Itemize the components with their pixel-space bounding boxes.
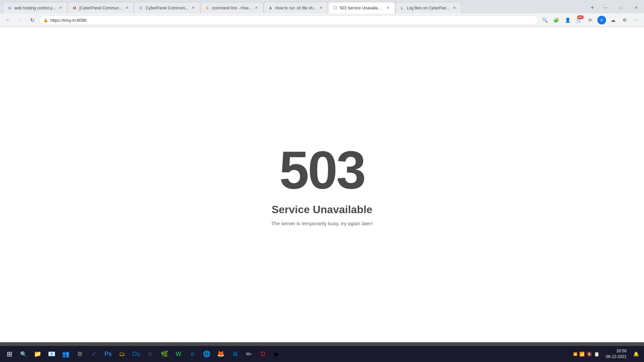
tab-close-button[interactable]: ✕	[318, 5, 324, 11]
notification-button[interactable]: 🔔	[631, 349, 641, 359]
tray-chevron-icon[interactable]: 🔼	[573, 352, 577, 356]
minimize-button[interactable]: —	[598, 2, 613, 13]
taskbar-icon-photoshop[interactable]: Ps	[101, 347, 115, 361]
account-button[interactable]: 👤	[562, 15, 573, 25]
tab-close-button[interactable]: ✕	[254, 5, 259, 11]
taskbar-icon-mail[interactable]: 📧	[45, 347, 58, 361]
taskbar-clock[interactable]: 20:50 06-12-2021	[603, 348, 629, 360]
settings-button[interactable]: ⚙	[619, 15, 630, 25]
clipboard-icon: 📋	[594, 352, 599, 357]
taskbar-icon-firefox[interactable]: 🦊	[214, 347, 227, 361]
error-code: 503	[279, 143, 365, 197]
tab-title: Log files on CyberPan...	[407, 6, 450, 10]
cart-button[interactable]: 🛒 503	[574, 15, 584, 25]
url-text: https://trixy.in:8090	[50, 18, 534, 23]
tab-bar: Gweb hosting control p...✕M[CyberPanel C…	[0, 0, 644, 13]
tab-favicon: G	[7, 5, 12, 11]
new-tab-button[interactable]: +	[587, 2, 598, 13]
wifi-icon: 📶	[579, 352, 585, 357]
browser-tab-tab-logfiles[interactable]: LLog files on CyberPan...✕	[395, 2, 462, 13]
system-tray: 🔼 📶 🔇 📋	[573, 352, 599, 357]
tab-title: web hosting control p...	[14, 6, 56, 10]
tab-favicon: A	[268, 5, 273, 11]
main-content: 503 Service Unavailable The server is te…	[0, 27, 644, 342]
nav-bar: ← → ↻ 🔒 https://trixy.in:8090 🔍 🧩 👤 🛒 50…	[0, 13, 644, 27]
reload-button[interactable]: ↻	[27, 15, 38, 25]
taskbar-icon-rdp[interactable]: 🖥	[228, 347, 241, 361]
taskbar-icon-edge[interactable]: e	[186, 347, 199, 361]
taskbar-icon-opera[interactable]: O	[256, 347, 270, 361]
sync-button[interactable]: ⟳	[585, 15, 596, 25]
tab-close-button[interactable]: ✕	[124, 5, 129, 11]
tab-close-button[interactable]: ✕	[191, 5, 196, 11]
tab-title: command line - How...	[212, 6, 252, 10]
taskbar-icon-obs[interactable]: ⏺	[144, 347, 157, 361]
taskbar-icon-whatsapp[interactable]: W	[172, 347, 185, 361]
browser-tab-tab-cyberpanel1[interactable]: CCyberPanel Communi...✕	[134, 2, 200, 13]
tab-favicon: ☐	[332, 5, 338, 11]
taskbar-icon-terminal[interactable]: ▶	[270, 347, 284, 361]
profile-avatar-button[interactable]: A	[596, 15, 607, 25]
cart-badge: 503	[577, 15, 584, 19]
maximize-button[interactable]: □	[613, 2, 629, 13]
taskbar-icon-teams[interactable]: 👥	[59, 347, 72, 361]
taskbar-search-button[interactable]: 🔍	[17, 348, 30, 360]
error-title: Service Unavailable	[272, 203, 373, 216]
volume-icon: 🔇	[587, 352, 592, 357]
browser-tab-tab-503[interactable]: ☐503 Service Unavailab...✕	[328, 2, 395, 13]
taskbar-icon-counter[interactable]: 99+	[242, 347, 256, 361]
tab-close-button[interactable]: ✕	[385, 5, 391, 11]
taskbar-icon-browser2[interactable]: 🌐	[200, 347, 213, 361]
taskbar-icon-git[interactable]: 🌿	[158, 347, 171, 361]
tab-favicon: M	[72, 5, 77, 11]
close-button[interactable]: ✕	[629, 2, 644, 13]
save-to-cloud-button[interactable]: ☁	[608, 15, 619, 25]
browser-tab-tab-gmail[interactable]: M[CyberPanel Commun...✕	[67, 2, 134, 13]
taskbar-icon-outlook[interactable]: Ou	[129, 347, 143, 361]
tab-title: CyberPanel Communi...	[146, 6, 188, 10]
search-lens-button[interactable]: 🔍	[539, 15, 550, 25]
extension-button[interactable]: 🧩	[551, 15, 561, 25]
start-button[interactable]: ⊞	[3, 347, 16, 361]
taskbar: ⊞ 🔍 📁📧👥⚙✓Ps🗂Ou⏺🌿We🌐🦊🖥99+O▶ 🔼 📶 🔇 📋 20:50…	[0, 346, 644, 362]
address-bar[interactable]: 🔒 https://trixy.in:8090	[39, 15, 538, 25]
browser-chrome: Gweb hosting control p...✕M[CyberPanel C…	[0, 0, 644, 27]
browser-tab-tab-howto[interactable]: AHow to run .sh file sh...✕	[264, 2, 328, 13]
taskbar-icon-settings[interactable]: ⚙	[73, 347, 87, 361]
tab-title: 503 Service Unavailab...	[340, 6, 383, 10]
tab-close-button[interactable]: ✕	[452, 5, 457, 11]
menu-button[interactable]: ⋯	[631, 15, 641, 25]
error-subtitle: The server is temporarily busy, try agai…	[271, 221, 373, 226]
tab-favicon: S	[205, 5, 210, 11]
tab-close-button[interactable]: ✕	[58, 5, 63, 11]
taskbar-icon-explorer[interactable]: 🗂	[115, 347, 129, 361]
taskbar-icon-todo[interactable]: ✓	[87, 347, 101, 361]
taskbar-time: 20:50	[606, 348, 627, 354]
tab-favicon: L	[399, 5, 405, 11]
forward-button: →	[15, 15, 25, 25]
lock-icon: 🔒	[43, 18, 48, 22]
browser-tab-tab-cmdline[interactable]: Scommand line - How...✕	[200, 2, 264, 13]
taskbar-date: 06-12-2021	[606, 354, 627, 360]
tab-title: How to run .sh file sh...	[275, 6, 316, 10]
browser-tab-tab-google[interactable]: Gweb hosting control p...✕	[3, 2, 67, 13]
tab-favicon: C	[138, 5, 144, 11]
tab-title: [CyberPanel Commun...	[79, 6, 122, 10]
taskbar-icon-files[interactable]: 📁	[31, 347, 44, 361]
back-button[interactable]: ←	[3, 15, 13, 25]
